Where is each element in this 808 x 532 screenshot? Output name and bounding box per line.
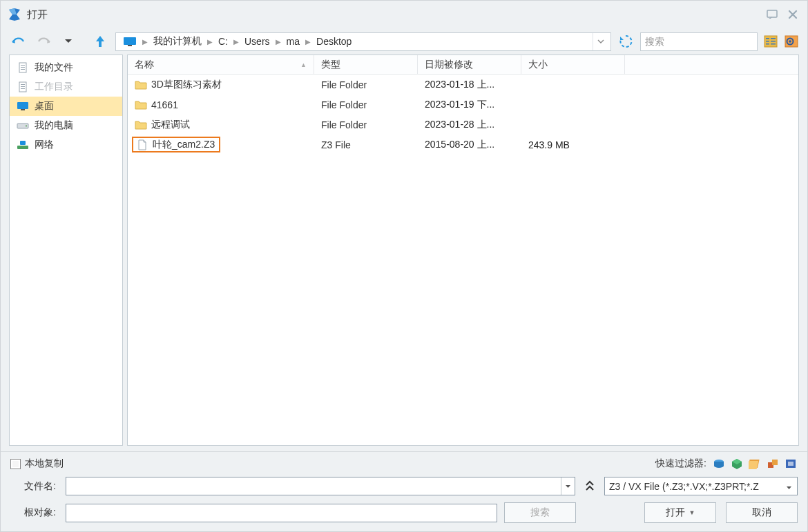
filter-part-icon[interactable] xyxy=(730,457,744,470)
cancel-button[interactable]: 取消 xyxy=(726,502,798,523)
sidebar: 我的文件工作目录桌面我的电脑网络 xyxy=(9,55,123,446)
up-button[interactable] xyxy=(90,33,110,50)
filetype-value: Z3 / VX File (*.Z3;*.VX;*.Z3PRT;*.Z xyxy=(609,481,759,492)
svg-rect-16 xyxy=(21,69,25,70)
file-date: 2023-01-19 下... xyxy=(418,99,521,111)
file-name: 41661 xyxy=(151,99,178,110)
svg-rect-29 xyxy=(749,461,758,469)
svg-rect-14 xyxy=(21,65,25,66)
filename-dropdown[interactable] xyxy=(561,477,575,495)
file-name: 叶轮_cam2.Z3 xyxy=(153,139,215,151)
titlebar: 打开 xyxy=(1,1,807,28)
breadcrumb-seg-2[interactable]: ma xyxy=(282,33,304,50)
filetype-dropdown[interactable] xyxy=(783,481,794,492)
file-date: 2015-08-20 上... xyxy=(418,139,521,151)
filename-input[interactable] xyxy=(66,477,561,495)
filter-misc-icon[interactable] xyxy=(784,457,798,470)
sidebar-item-label: 桌面 xyxy=(35,100,54,112)
file-row[interactable]: 叶轮_cam2.Z3Z3 File2015-08-20 上...243.9 MB xyxy=(128,135,798,155)
sidebar-item-3[interactable]: 我的电脑 xyxy=(10,116,122,135)
breadcrumb-sep: ▶ xyxy=(141,38,149,46)
svg-point-12 xyxy=(789,40,791,43)
sidebar-item-0[interactable]: 我的文件 xyxy=(10,58,122,77)
svg-rect-18 xyxy=(21,84,25,85)
close-button[interactable] xyxy=(785,7,800,22)
quick-filter-label: 快速过滤器: xyxy=(655,457,706,470)
root-object-input[interactable] xyxy=(70,504,492,522)
svg-rect-25 xyxy=(17,146,28,149)
file-row[interactable]: 41661File Folder2023-01-19 下... xyxy=(128,95,798,115)
help-button[interactable] xyxy=(764,7,780,22)
breadcrumb-seg-1[interactable]: Users xyxy=(240,33,274,50)
filetype-combo[interactable]: Z3 / VX File (*.Z3;*.VX;*.Z3PRT;*.Z xyxy=(604,477,798,495)
breadcrumb-dropdown[interactable] xyxy=(593,33,608,50)
svg-rect-9 xyxy=(771,43,776,45)
file-size: 243.9 MB xyxy=(521,139,625,150)
app-icon xyxy=(8,8,21,21)
col-header-size[interactable]: 大小 xyxy=(521,55,625,74)
breadcrumb[interactable]: ▶ 我的计算机 ▶ C: ▶ Users ▶ ma ▶ Desktop xyxy=(115,32,611,51)
local-copy-checkbox[interactable] xyxy=(10,459,21,469)
file-type: Z3 File xyxy=(314,139,418,150)
sidebar-item-1: 工作目录 xyxy=(10,77,122,97)
open-dialog: 打开 ▶ 我的计算机 ▶ C: ▶ xyxy=(0,0,808,532)
sidebar-item-label: 我的文件 xyxy=(35,61,73,74)
svg-rect-26 xyxy=(20,141,26,145)
breadcrumb-root-icon[interactable] xyxy=(119,33,141,50)
sidebar-item-label: 我的电脑 xyxy=(35,119,73,132)
drive-icon xyxy=(17,120,29,131)
filter-assembly-icon[interactable] xyxy=(766,457,780,470)
file-type: File Folder xyxy=(314,119,418,130)
footer-mid: 文件名: Z3 / VX File (*.Z3;*.VX;*.Z3PRT;*.Z xyxy=(10,477,798,495)
sidebar-item-2[interactable]: 桌面 xyxy=(10,97,122,116)
col-header-name[interactable]: 名称 ▲ xyxy=(128,55,314,74)
svg-rect-5 xyxy=(766,41,769,42)
search-box[interactable] xyxy=(640,32,758,51)
filename-combo[interactable] xyxy=(66,477,575,495)
root-object-input-wrap[interactable] xyxy=(66,504,497,522)
search-button[interactable]: 搜索 xyxy=(504,502,576,523)
sidebar-item-4[interactable]: 网络 xyxy=(10,135,122,155)
filter-drive-icon[interactable] xyxy=(712,457,726,470)
breadcrumb-seg-3[interactable]: Desktop xyxy=(312,33,356,50)
filename-label: 文件名: xyxy=(10,480,59,493)
file-type: File Folder xyxy=(314,79,418,90)
svg-rect-2 xyxy=(128,45,132,46)
refresh-button[interactable] xyxy=(617,32,635,50)
footer-top: 本地复制 快速过滤器: xyxy=(10,457,798,470)
svg-rect-22 xyxy=(21,109,25,110)
file-row[interactable]: 3D草图练习素材File Folder2023-01-18 上... xyxy=(128,75,798,95)
col-header-date[interactable]: 日期被修改 xyxy=(418,55,521,74)
sort-asc-icon: ▲ xyxy=(300,61,307,68)
svg-rect-8 xyxy=(771,41,776,42)
preview-button[interactable] xyxy=(784,34,799,49)
svg-point-24 xyxy=(26,126,27,127)
filter-sheet-icon[interactable] xyxy=(748,457,762,470)
history-dropdown[interactable] xyxy=(59,33,78,50)
file-name: 3D草图练习素材 xyxy=(151,79,222,91)
open-button[interactable]: 打开 ▼ xyxy=(644,502,716,523)
folder-icon xyxy=(135,119,147,130)
sidebar-item-label: 工作目录 xyxy=(35,81,73,93)
footer-bot: 根对象: 搜索 打开 ▼ 取消 xyxy=(10,502,798,523)
svg-rect-1 xyxy=(124,37,136,45)
file-list: 名称 ▲ 类型 日期被修改 大小 3D草图练习素材File Folder2023… xyxy=(127,55,799,446)
col-header-type[interactable]: 类型 xyxy=(314,55,418,74)
forward-button[interactable] xyxy=(34,33,53,50)
back-button[interactable] xyxy=(9,33,28,50)
file-icon xyxy=(136,139,148,150)
svg-rect-7 xyxy=(771,38,776,39)
sidebar-item-label: 网络 xyxy=(35,139,54,151)
breadcrumb-seg-0[interactable]: C: xyxy=(214,33,232,50)
file-name: 远程调试 xyxy=(151,119,190,131)
file-list-rows[interactable]: 3D草图练习素材File Folder2023-01-18 上...41661F… xyxy=(128,75,798,445)
svg-rect-15 xyxy=(21,67,25,68)
expand-options[interactable] xyxy=(582,477,597,495)
monitor-icon xyxy=(17,101,29,112)
file-type: File Folder xyxy=(314,99,418,110)
body: 我的文件工作目录桌面我的电脑网络 名称 ▲ 类型 日期被修改 大小 3D草图练习… xyxy=(1,55,807,451)
view-list-button[interactable] xyxy=(763,34,778,49)
breadcrumb-root[interactable]: 我的计算机 xyxy=(149,33,206,50)
file-row[interactable]: 远程调试File Folder2023-01-28 上... xyxy=(128,115,798,135)
search-input[interactable] xyxy=(645,33,753,50)
